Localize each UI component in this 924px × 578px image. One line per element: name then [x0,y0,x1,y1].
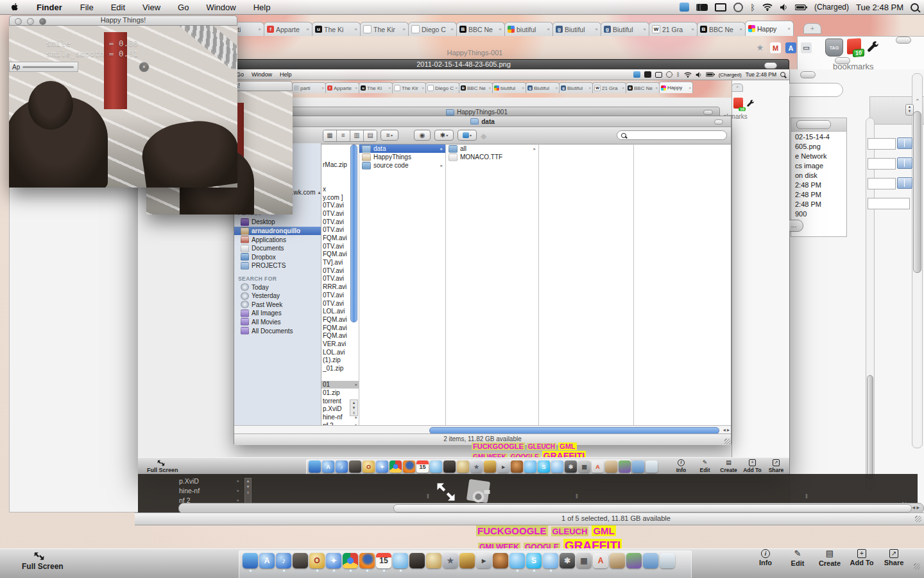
bluetooth-icon[interactable]: ᛒ [676,71,680,78]
glass-dock-icon[interactable] [660,553,675,568]
iphoto-dock-icon[interactable] [457,460,469,473]
file-row[interactable]: FQM.avi [321,331,359,340]
toolbar-button[interactable]: ↗ Share [764,459,788,473]
safari-dock-icon[interactable]: ✦ [326,553,341,568]
browser-tab[interactable]: parti × [292,82,326,93]
ical-dock-icon[interactable]: 15 [416,460,429,473]
tab-close-icon[interactable]: × [588,86,591,90]
fullscreen-icon[interactable] [157,460,165,466]
browser-tab[interactable]: biutiful × [492,82,526,93]
tag-extension-icon[interactable]: TAG [825,39,843,57]
quick-look-button[interactable]: ◉ [414,130,431,141]
text-field[interactable] [868,178,896,189]
resize-grip[interactable] [914,563,920,570]
view-mode-button[interactable]: ▥ [350,130,364,141]
fullscreen-button[interactable]: Full Screen [147,467,178,473]
browser-tab[interactable]: g Biutiful × [559,82,593,93]
scrollbar-thumb[interactable] [393,504,912,512]
toolbar-button[interactable]: i Info [669,459,693,473]
finder-titlebar[interactable]: data [234,116,731,127]
tab-close-icon[interactable]: × [388,86,391,90]
tab-close-icon[interactable]: × [488,86,491,90]
toolbar-button[interactable]: ▤ Create [717,459,740,473]
file-row[interactable]: hine-nf ▸ [178,486,241,495]
finder-dock-icon[interactable] [309,460,321,473]
browser-tab[interactable]: B BBC Ne × [626,82,660,93]
action-gear-button[interactable]: ✱▾ [434,130,454,141]
tab-close-icon[interactable]: × [655,86,658,90]
column-scrollbar[interactable] [350,144,357,322]
garageband-dock-icon[interactable] [493,553,508,568]
bookmarks-search-field[interactable] [784,83,843,97]
eject-icon[interactable]: ▴ [318,189,320,195]
sidebar-item[interactable]: Dropbox [234,253,321,262]
ical-dock-icon[interactable]: 15 [376,553,391,568]
window-pill-button[interactable] [896,37,911,44]
adobe-reader-dock-icon[interactable]: A [593,553,608,568]
toolbar-button[interactable]: ✎ Edit [782,549,814,567]
wifi-icon[interactable] [684,72,692,78]
ichat-dock-icon[interactable] [393,553,408,568]
firefox-dock-icon[interactable] [403,460,415,473]
file-row[interactable]: MONACO.TTF [446,153,538,161]
window-pill-button[interactable] [764,62,777,69]
battery-icon[interactable] [706,72,715,77]
cat-photo-dock-icon[interactable] [605,460,617,473]
stepper-control[interactable]: ▲▼ [905,104,914,116]
text-field[interactable] [868,198,910,209]
menu-item[interactable]: Go [172,1,194,13]
tab-close-icon[interactable]: × [455,86,458,90]
app-store-dock-icon[interactable]: A [322,460,334,473]
active-app-name[interactable]: Finder [31,1,68,13]
file-row[interactable]: LOL.avi [321,348,359,356]
window-pill-button[interactable] [800,71,816,78]
finder-horizontal-scrollbar[interactable]: ◂ ▸ [234,425,731,434]
display-menu-icon[interactable] [715,3,726,12]
resize-grip[interactable] [724,439,730,444]
itunes-dock-icon[interactable]: ♪ [336,460,348,473]
bluetooth-icon[interactable]: ᛒ [750,3,755,12]
twitter-dock-icon[interactable] [509,553,525,568]
opera-dock-icon[interactable]: O [309,553,325,568]
zoom-button[interactable] [39,18,46,25]
fullscreen-button[interactable]: Full Screen [22,562,64,571]
column-scroll-arrows[interactable]: ▲▼‖ [350,399,358,416]
fullscreen-icon[interactable] [33,552,45,561]
garageband-dock-icon[interactable] [511,460,523,473]
ichat-dock-icon[interactable] [430,460,442,473]
scroll-up-arrow[interactable]: ⌃ [915,98,920,105]
toolbar-button[interactable]: + Add To [740,459,764,473]
browser-tab[interactable]: f Apparte × [264,22,312,36]
spotlight-icon[interactable] [911,3,919,12]
view-mode-button[interactable]: ▦ [323,130,337,141]
facetime-dock-icon[interactable] [551,460,563,473]
volume-icon[interactable] [696,72,702,78]
camera-app-dock-icon[interactable] [443,460,456,473]
calculator-dock-icon[interactable]: ▦ [576,553,592,568]
tab-close-icon[interactable]: × [499,26,502,32]
close-button[interactable] [15,18,22,25]
vertical-scrollbar[interactable] [866,118,875,490]
tab-close-icon[interactable]: × [355,86,357,90]
file-row[interactable]: (1).zip [321,356,359,365]
skype-dock-icon[interactable]: S [538,460,550,473]
browser-tab[interactable]: B BBC Ne × [459,82,493,93]
browser-toolbar-icon[interactable]: ★ [755,42,766,53]
browser-tab[interactable]: g Biutiful × [526,82,560,93]
tab-close-icon[interactable]: × [522,86,524,90]
bookmark-book-icon[interactable] [897,157,912,169]
bookmark-book-icon[interactable] [897,137,912,149]
text-field[interactable] [868,158,896,170]
tab-close-icon[interactable]: × [739,26,742,32]
file-row[interactable]: 01 ▸ [321,381,359,389]
toolbar-button[interactable]: i Info [749,549,782,567]
sidebar-item[interactable]: All Documents [234,326,321,335]
tab-close-icon[interactable]: × [555,86,558,90]
tab-close-icon[interactable]: × [354,26,357,32]
toolbar-button[interactable]: ✎ Edit [693,459,717,473]
color-app-dock-icon[interactable] [619,460,631,473]
browser-tab[interactable]: g Biutiful × [601,22,649,36]
file-row[interactable]: 01.zip [321,389,359,397]
streamclip-dock-icon[interactable]: ▸ [497,460,509,473]
toolbar-button[interactable]: + Add To [846,549,878,567]
